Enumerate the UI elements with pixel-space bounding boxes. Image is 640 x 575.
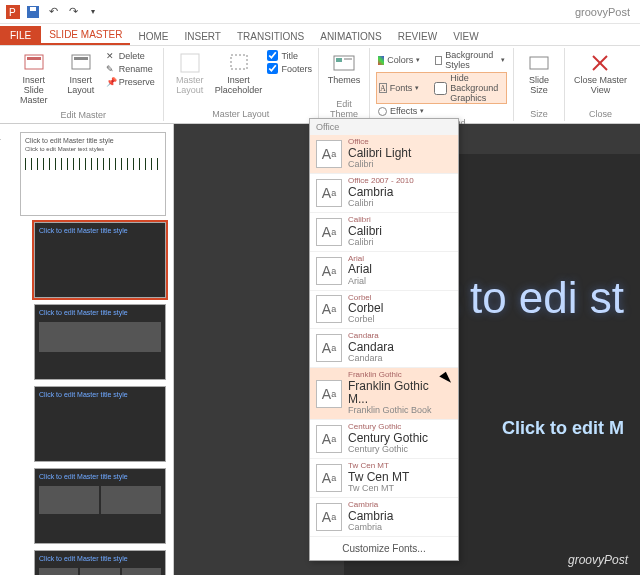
colors-icon [378, 56, 384, 65]
title-bar: P ↶ ↷ ▾ groovyPost [0, 0, 640, 24]
font-option-candara[interactable]: AaCandaraCandaraCandara [310, 329, 458, 368]
master-number: 1 [0, 132, 1, 142]
font-option-office[interactable]: AaOfficeCalibri LightCalibri [310, 135, 458, 174]
slide-subtitle-placeholder[interactable]: Click to edit M [502, 418, 624, 439]
master-layout-button[interactable]: Master Layout [170, 50, 210, 98]
thumbnail-panel[interactable]: 1 Click to edit Master title style Click… [0, 124, 174, 575]
svg-rect-13 [530, 57, 548, 69]
slide-title-placeholder[interactable]: k to edi st [436, 274, 624, 322]
svg-rect-12 [344, 58, 352, 60]
chevron-down-icon: ▾ [501, 56, 505, 64]
qat-dropdown-icon[interactable]: ▾ [86, 5, 100, 19]
chevron-down-icon: ▾ [420, 107, 424, 115]
ppt-icon: P [6, 5, 20, 19]
chevron-down-icon: ▾ [415, 84, 419, 92]
insert-layout-button[interactable]: Insert Layout [62, 50, 100, 108]
svg-rect-9 [231, 55, 247, 69]
effects-button[interactable]: Effects▾ [376, 106, 507, 116]
save-icon[interactable] [26, 5, 40, 19]
undo-icon[interactable]: ↶ [46, 5, 60, 19]
master-layout-icon [179, 52, 201, 74]
brand-label: groovyPost [575, 6, 630, 18]
group-edit-master: Insert Slide Master Insert Layout ✕Delet… [4, 48, 164, 121]
tab-view[interactable]: VIEW [445, 28, 487, 45]
preserve-icon: 📌 [106, 77, 116, 87]
svg-rect-8 [181, 54, 199, 72]
layout-icon [70, 52, 92, 74]
fonts-icon: A [379, 83, 387, 93]
insert-slide-master-button[interactable]: Insert Slide Master [10, 50, 58, 108]
preserve-button[interactable]: 📌Preserve [104, 76, 157, 88]
layout-thumbnail-3[interactable]: Click to edit Master title style [34, 386, 166, 462]
placeholder-icon [228, 52, 250, 74]
svg-rect-11 [336, 58, 342, 62]
layout-thumbnail-5[interactable]: Click to edit Master title style [34, 550, 166, 575]
layout-thumbnail-1[interactable]: Click to edit Master title style [34, 222, 166, 298]
close-master-view-button[interactable]: Close Master View [571, 50, 630, 98]
font-option-corbel[interactable]: AaCorbelCorbelCorbel [310, 291, 458, 330]
fonts-category-label: Office [310, 119, 458, 135]
tab-animations[interactable]: ANIMATIONS [312, 28, 389, 45]
quick-access-toolbar: P ↶ ↷ ▾ [6, 5, 100, 19]
font-option-tw-cen-mt[interactable]: AaTw Cen MTTw Cen MTTw Cen MT [310, 459, 458, 498]
bgstyles-icon [435, 56, 442, 65]
font-swatch-icon: Aa [316, 257, 342, 285]
font-swatch-icon: Aa [316, 503, 342, 531]
tab-slide-master[interactable]: SLIDE MASTER [41, 26, 130, 45]
tab-insert[interactable]: INSERT [176, 28, 229, 45]
fonts-button[interactable]: AFonts▾ Hide Background Graphics [376, 72, 507, 104]
group-edit-theme: Themes Edit Theme [319, 48, 370, 121]
group-close: Close Master View Close [565, 48, 636, 121]
tab-review[interactable]: REVIEW [390, 28, 445, 45]
svg-rect-5 [27, 57, 41, 60]
font-swatch-icon: Aa [316, 218, 342, 246]
delete-button[interactable]: ✕Delete [104, 50, 157, 62]
rename-icon: ✎ [106, 64, 116, 74]
tab-transitions[interactable]: TRANSITIONS [229, 28, 312, 45]
redo-icon[interactable]: ↷ [66, 5, 80, 19]
chevron-down-icon: ▾ [416, 56, 420, 64]
master-thumbnail[interactable]: Click to edit Master title style Click t… [20, 132, 166, 216]
layout-thumbnail-2[interactable]: Click to edit Master title style [34, 304, 166, 380]
effects-icon [378, 107, 387, 116]
slide-master-icon [23, 52, 45, 74]
font-swatch-icon: Aa [316, 140, 342, 168]
font-option-franklin-gothic[interactable]: AaFranklin GothicFranklin Gothic M...Fra… [310, 368, 458, 420]
insert-placeholder-button[interactable]: Insert Placeholder [214, 50, 264, 98]
slide-size-button[interactable]: Slide Size [520, 50, 558, 98]
svg-text:P: P [9, 7, 16, 18]
font-option-century-gothic[interactable]: AaCentury GothicCentury GothicCentury Go… [310, 420, 458, 459]
delete-icon: ✕ [106, 51, 116, 61]
hide-bg-checkbox[interactable]: Hide Background Graphics [434, 73, 504, 103]
slide-size-icon [528, 52, 550, 74]
font-swatch-icon: Aa [316, 295, 342, 323]
layout-thumbnail-4[interactable]: Click to edit Master title style [34, 468, 166, 544]
ribbon-tabstrip: FILE SLIDE MASTER HOME INSERT TRANSITION… [0, 24, 640, 46]
footers-checkbox[interactable]: Footers [267, 63, 312, 74]
rename-button[interactable]: ✎Rename [104, 63, 157, 75]
group-background: Colors▾ Background Styles▾ AFonts▾ Hide … [370, 48, 514, 121]
ribbon: Insert Slide Master Insert Layout ✕Delet… [0, 46, 640, 124]
themes-icon [333, 52, 355, 74]
font-swatch-icon: Aa [316, 179, 342, 207]
attribution-label: groovyPost [568, 553, 628, 567]
colors-button[interactable]: Colors▾ Background Styles▾ [376, 50, 507, 70]
svg-rect-3 [30, 7, 36, 11]
customize-fonts-button[interactable]: Customize Fonts... [310, 537, 458, 560]
themes-button[interactable]: Themes [325, 50, 363, 88]
group-size: Slide Size Size [514, 48, 565, 121]
title-checkbox[interactable]: Title [267, 50, 312, 61]
font-option-office-2007-2010[interactable]: AaOffice 2007 - 2010CambriaCalibri [310, 174, 458, 213]
svg-rect-7 [74, 57, 88, 60]
font-option-calibri[interactable]: AaCalibriCalibriCalibri [310, 213, 458, 252]
fonts-dropdown[interactable]: Office AaOfficeCalibri LightCalibriAaOff… [309, 118, 459, 561]
font-swatch-icon: Aa [316, 425, 342, 453]
font-option-cambria[interactable]: AaCambriaCambriaCambria [310, 498, 458, 537]
font-swatch-icon: Aa [316, 334, 342, 362]
font-swatch-icon: Aa [316, 380, 342, 408]
tab-home[interactable]: HOME [130, 28, 176, 45]
font-swatch-icon: Aa [316, 464, 342, 492]
font-option-arial[interactable]: AaArialArialArial [310, 252, 458, 291]
tab-file[interactable]: FILE [0, 26, 41, 45]
group-master-layout: Master Layout Insert Placeholder Title F… [164, 48, 319, 121]
